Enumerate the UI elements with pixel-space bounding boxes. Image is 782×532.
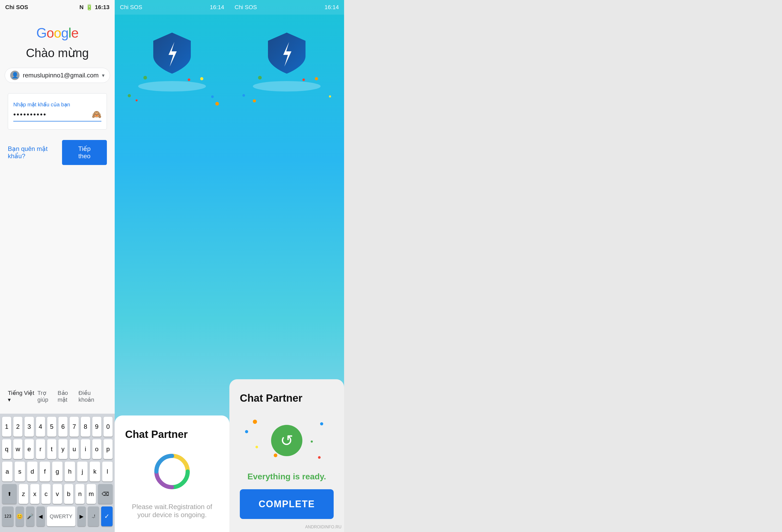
- time-p1: 16:13: [95, 4, 109, 11]
- password-input-row: •••••••••• 🙈: [13, 110, 101, 119]
- rd-blue2: [320, 422, 323, 425]
- password-underline: [13, 121, 101, 121]
- rd-blue: [245, 430, 248, 433]
- status-bar-panel2: Chi SOS 16:14: [115, 0, 229, 14]
- keyboard: 1 2 3 4 5 6 7 8 9 0 q w e r t y u i o p …: [0, 414, 115, 532]
- security-link[interactable]: Bảo mật: [58, 390, 78, 403]
- dot-blue: [211, 96, 214, 98]
- help-link[interactable]: Trợ giúp: [38, 390, 58, 403]
- loading-spinner: [151, 451, 193, 492]
- key-3[interactable]: 3: [25, 417, 34, 436]
- shift-key[interactable]: ⬆: [2, 484, 17, 504]
- keyboard-row-asdf: a s d f g h j k l: [2, 462, 113, 482]
- password-label: Nhập mật khẩu của bạn: [13, 101, 101, 108]
- key-z[interactable]: z: [19, 484, 28, 504]
- password-field-container: Nhập mật khẩu của bạn •••••••••• 🙈: [8, 93, 107, 130]
- key-c[interactable]: c: [41, 484, 50, 504]
- backspace-key[interactable]: ⌫: [98, 484, 113, 504]
- account-email: remuslupinno1@gmail.com: [23, 72, 99, 79]
- key-v[interactable]: v: [52, 484, 62, 504]
- nfc-icon: N: [79, 4, 84, 11]
- shield-icon-p3: [263, 30, 310, 77]
- keyboard-row-bottom: 123 😊 🎤 ◀ QWERTY ▶ .,! ✓: [2, 506, 113, 526]
- carrier-label-p1: Chi SOS: [5, 4, 28, 11]
- filler: [344, 0, 782, 532]
- forgot-password-link[interactable]: Bạn quên mật khẩu?: [8, 145, 62, 160]
- key-7[interactable]: 7: [70, 417, 79, 436]
- key-0[interactable]: 0: [104, 417, 113, 436]
- key-g[interactable]: g: [52, 462, 63, 482]
- rd-red: [318, 456, 321, 459]
- chat-partner-title: Chat Partner: [125, 428, 188, 440]
- key-9[interactable]: 9: [92, 417, 101, 436]
- key-1[interactable]: 1: [2, 417, 11, 436]
- keyboard-row-numbers: 1 2 3 4 5 6 7 8 9 0: [2, 417, 113, 436]
- space-key[interactable]: QWERTY: [47, 506, 75, 526]
- key-o[interactable]: o: [92, 439, 101, 459]
- key-x[interactable]: x: [30, 484, 39, 504]
- avatar: 👤: [10, 71, 20, 80]
- key-t[interactable]: t: [47, 439, 56, 459]
- key-4[interactable]: 4: [36, 417, 45, 436]
- key-i[interactable]: i: [81, 439, 90, 459]
- key-y[interactable]: y: [59, 439, 68, 459]
- key-e[interactable]: e: [25, 439, 34, 459]
- key-l[interactable]: l: [102, 462, 113, 482]
- red-dot: [188, 78, 190, 81]
- shield-area: [115, 14, 229, 416]
- key-5[interactable]: 5: [47, 417, 56, 436]
- eye-toggle-icon[interactable]: 🙈: [92, 110, 101, 119]
- key-a[interactable]: a: [2, 462, 12, 482]
- forgot-next-row: Bạn quên mật khẩu? Tiếp theo: [8, 140, 107, 165]
- key-n[interactable]: n: [75, 484, 84, 504]
- rd-green: [311, 440, 313, 442]
- carrier-label-p3: Chi SOS: [235, 4, 257, 11]
- p3-dot-yellow: [329, 96, 331, 98]
- yellow-dot: [200, 77, 203, 80]
- chevron-down-icon: ▾: [102, 72, 105, 78]
- language-bar: Tiếng Việt ▾ Trợ giúp Bảo mật Điều khoản: [0, 385, 115, 409]
- key-8[interactable]: 8: [81, 417, 90, 436]
- key-j[interactable]: j: [77, 462, 87, 482]
- waiting-text: Please wait.Registration of your device …: [125, 503, 219, 519]
- battery-icon: 🔋: [86, 4, 93, 11]
- everything-ready-text: Everything is ready.: [240, 472, 334, 482]
- language-selector[interactable]: Tiếng Việt ▾: [8, 390, 38, 403]
- key-q[interactable]: q: [2, 439, 11, 459]
- p3-green-dot: [258, 76, 262, 79]
- next-button[interactable]: Tiếp theo: [62, 140, 107, 165]
- key-h[interactable]: h: [65, 462, 75, 482]
- account-chip[interactable]: 👤 remuslupinno1@gmail.com ▾: [5, 68, 110, 83]
- key-m[interactable]: m: [86, 484, 96, 504]
- terms-link[interactable]: Điều khoản: [78, 390, 107, 403]
- key-r[interactable]: r: [36, 439, 45, 459]
- arrow-right-key[interactable]: ▶: [77, 506, 86, 526]
- special-key[interactable]: .,!: [88, 506, 99, 526]
- status-bar-panel1: Chi SOS N 🔋 16:13: [0, 0, 115, 14]
- key-6[interactable]: 6: [59, 417, 68, 436]
- key-2[interactable]: 2: [13, 417, 23, 436]
- num-switch-key[interactable]: 123: [2, 506, 13, 526]
- p3-dot-orange2: [253, 99, 256, 102]
- arrow-left-key[interactable]: ◀: [36, 506, 45, 526]
- status-bar-panel3: Chi SOS 16:14: [229, 0, 344, 14]
- key-u[interactable]: u: [70, 439, 79, 459]
- key-p[interactable]: p: [104, 439, 113, 459]
- key-w[interactable]: w: [13, 439, 23, 459]
- mic-key[interactable]: 🎤: [26, 506, 34, 526]
- key-f[interactable]: f: [40, 462, 50, 482]
- carrier-label-p2: Chi SOS: [120, 4, 142, 11]
- key-b[interactable]: b: [64, 484, 73, 504]
- p3-dot-blue: [242, 94, 245, 97]
- complete-button[interactable]: COMPLETE: [240, 489, 334, 519]
- password-input[interactable]: ••••••••••: [13, 110, 92, 118]
- rd-orange2: [274, 454, 277, 457]
- p3-chat-partner-title: Chat Partner: [240, 392, 303, 404]
- key-k[interactable]: k: [90, 462, 100, 482]
- enter-key[interactable]: ✓: [101, 506, 113, 526]
- shield-icon: [149, 30, 196, 77]
- key-s[interactable]: s: [14, 462, 25, 482]
- key-d[interactable]: d: [27, 462, 38, 482]
- complete-card: Chat Partner ↺ Everything is ready. COMP…: [229, 379, 344, 532]
- emoji-key[interactable]: 😊: [15, 506, 24, 526]
